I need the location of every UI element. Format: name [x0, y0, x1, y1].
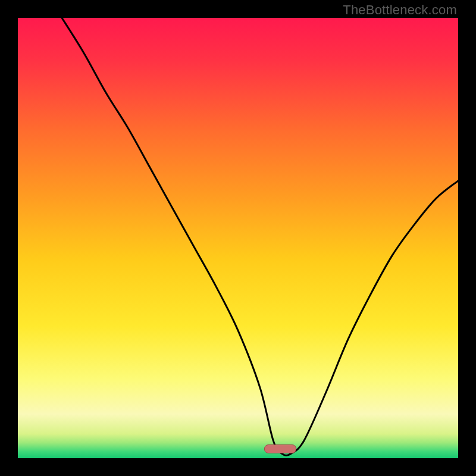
gradient-background — [18, 18, 458, 458]
svg-rect-0 — [18, 18, 458, 458]
chart-plot-area — [18, 18, 458, 458]
optimum-marker — [264, 444, 296, 453]
watermark-text: TheBottleneck.com — [343, 2, 457, 18]
